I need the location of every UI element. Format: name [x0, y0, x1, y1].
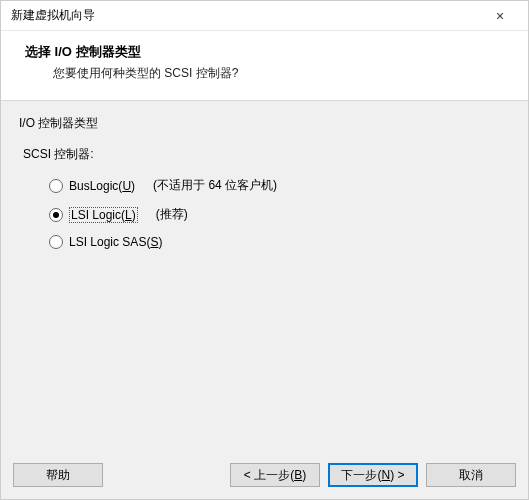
- cancel-button[interactable]: 取消: [426, 463, 516, 487]
- radio-label[interactable]: LSI Logic SAS(S): [69, 235, 162, 249]
- next-button-label: 下一步(N) >: [341, 467, 404, 484]
- radio-dot-icon: [53, 212, 59, 218]
- back-button-label: < 上一步(B): [244, 467, 306, 484]
- radio-icon[interactable]: [49, 235, 63, 249]
- wizard-footer: 帮助 < 上一步(B) 下一步(N) > 取消: [1, 453, 528, 499]
- wizard-content: I/O 控制器类型 SCSI 控制器: BusLogic(U)(不适用于 64 …: [1, 100, 528, 453]
- radio-hint: (推荐): [156, 206, 188, 223]
- radio-icon[interactable]: [49, 208, 63, 222]
- help-button[interactable]: 帮助: [13, 463, 103, 487]
- io-controller-group-label: I/O 控制器类型: [19, 115, 510, 132]
- radio-option-2[interactable]: LSI Logic SAS(S): [49, 235, 510, 249]
- window-title: 新建虚拟机向导: [11, 7, 95, 24]
- radio-hint: (不适用于 64 位客户机): [153, 177, 277, 194]
- back-button[interactable]: < 上一步(B): [230, 463, 320, 487]
- wizard-subheading: 您要使用何种类型的 SCSI 控制器?: [25, 65, 504, 82]
- radio-icon[interactable]: [49, 179, 63, 193]
- wizard-heading: 选择 I/O 控制器类型: [25, 43, 504, 61]
- cancel-button-label: 取消: [459, 467, 483, 484]
- titlebar: 新建虚拟机向导 ×: [1, 1, 528, 31]
- radio-label[interactable]: LSI Logic(L): [69, 207, 138, 223]
- close-icon[interactable]: ×: [480, 8, 520, 24]
- scsi-radio-list: BusLogic(U)(不适用于 64 位客户机)LSI Logic(L)(推荐…: [19, 177, 510, 249]
- radio-label[interactable]: BusLogic(U): [69, 179, 135, 193]
- wizard-header: 选择 I/O 控制器类型 您要使用何种类型的 SCSI 控制器?: [1, 31, 528, 100]
- radio-option-0[interactable]: BusLogic(U)(不适用于 64 位客户机): [49, 177, 510, 194]
- radio-option-1[interactable]: LSI Logic(L)(推荐): [49, 206, 510, 223]
- scsi-controller-label: SCSI 控制器:: [23, 146, 510, 163]
- help-button-label: 帮助: [46, 467, 70, 484]
- next-button[interactable]: 下一步(N) >: [328, 463, 418, 487]
